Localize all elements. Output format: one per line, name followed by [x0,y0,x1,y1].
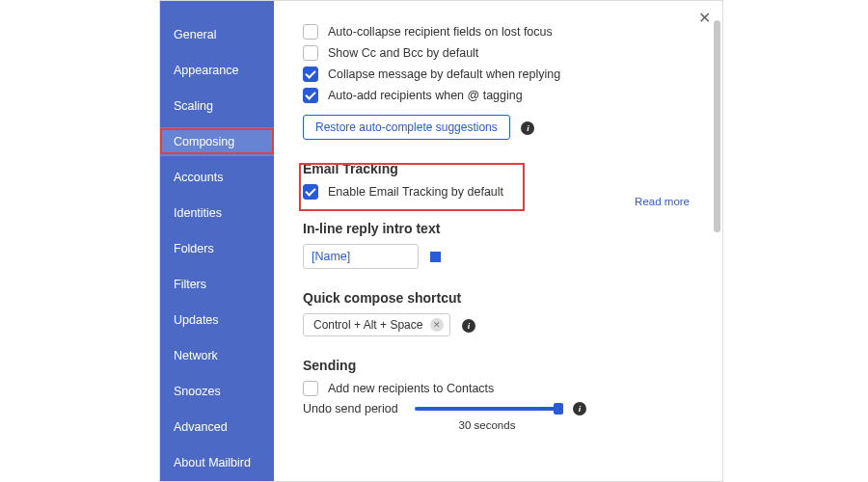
inline-reply-row [303,244,693,269]
option-label: Auto-add recipients when @ tagging [328,89,523,102]
sidebar-item-network[interactable]: Network [160,341,274,370]
email-tracking-title: Email Tracking [303,161,693,176]
quick-compose-row: Control + Alt + Space ✕ i [303,313,693,336]
composing-options-group: Auto-collapse recipient fields on lost f… [303,24,693,140]
sidebar-item-composing[interactable]: Composing [160,127,274,156]
info-icon[interactable]: i [521,121,534,135]
restore-suggestions-button[interactable]: Restore auto-complete suggestions [303,115,510,140]
option-label: Add new recipients to Contacts [328,382,494,395]
sidebar-item-appearance[interactable]: Appearance [160,56,274,85]
clear-shortcut-icon[interactable]: ✕ [430,318,444,332]
option-show-cc-bcc: Show Cc and Bcc by default [303,45,693,61]
undo-send-label: Undo send period [303,402,409,415]
sidebar-item-general[interactable]: General [160,20,274,49]
color-indicator[interactable] [430,252,441,262]
settings-sidebar: General Appearance Scaling Composing Acc… [160,1,274,481]
slider-thumb[interactable] [554,403,563,415]
checkbox-show-cc-bcc[interactable] [303,45,318,61]
info-icon[interactable]: i [573,402,586,415]
option-auto-add-recipients: Auto-add recipients when @ tagging [303,88,693,103]
sidebar-item-advanced[interactable]: Advanced [160,413,274,442]
sidebar-item-snoozes[interactable]: Snoozes [160,377,274,406]
inline-reply-title: In-line reply intro text [303,221,693,236]
sidebar-item-identities[interactable]: Identities [160,199,274,228]
option-add-to-contacts: Add new recipients to Contacts [303,381,693,396]
sidebar-item-filters[interactable]: Filters [160,270,274,299]
undo-send-slider[interactable] [415,407,559,411]
option-label: Auto-collapse recipient fields on lost f… [328,25,553,39]
settings-window: General Appearance Scaling Composing Acc… [159,0,723,482]
checkbox-email-tracking[interactable] [303,184,318,200]
option-label: Collapse message by default when replyin… [328,67,560,81]
undo-send-value: 30 seconds [409,419,565,431]
sidebar-item-folders[interactable]: Folders [160,234,274,263]
option-auto-collapse: Auto-collapse recipient fields on lost f… [303,24,693,40]
info-icon[interactable]: i [462,319,475,333]
checkbox-collapse-message[interactable] [303,67,318,82]
slider-fill [415,407,559,411]
option-label: Show Cc and Bcc by default [328,46,478,60]
option-collapse-message: Collapse message by default when replyin… [303,67,693,82]
close-button[interactable]: ✕ [698,9,711,27]
sidebar-item-about[interactable]: About Mailbird [160,448,274,477]
shortcut-value: Control + Alt + Space [313,318,422,332]
read-more-link[interactable]: Read more [635,196,690,207]
checkbox-auto-collapse[interactable] [303,24,318,40]
option-label: Enable Email Tracking by default [328,185,503,199]
sidebar-item-scaling[interactable]: Scaling [160,92,274,120]
shortcut-field[interactable]: Control + Alt + Space ✕ [303,313,450,336]
inline-reply-input[interactable] [303,244,419,269]
scrollbar-thumb[interactable] [714,20,720,232]
undo-send-row: Undo send period i [303,402,693,415]
quick-compose-title: Quick compose shortcut [303,290,693,306]
settings-main-panel: ✕ Auto-collapse recipient fields on lost… [274,1,722,481]
sidebar-item-updates[interactable]: Updates [160,306,274,335]
checkbox-auto-add-recipients[interactable] [303,88,318,103]
scrollbar[interactable] [714,11,720,425]
sending-title: Sending [303,358,693,373]
sidebar-item-accounts[interactable]: Accounts [160,163,274,192]
checkbox-add-to-contacts[interactable] [303,381,318,396]
